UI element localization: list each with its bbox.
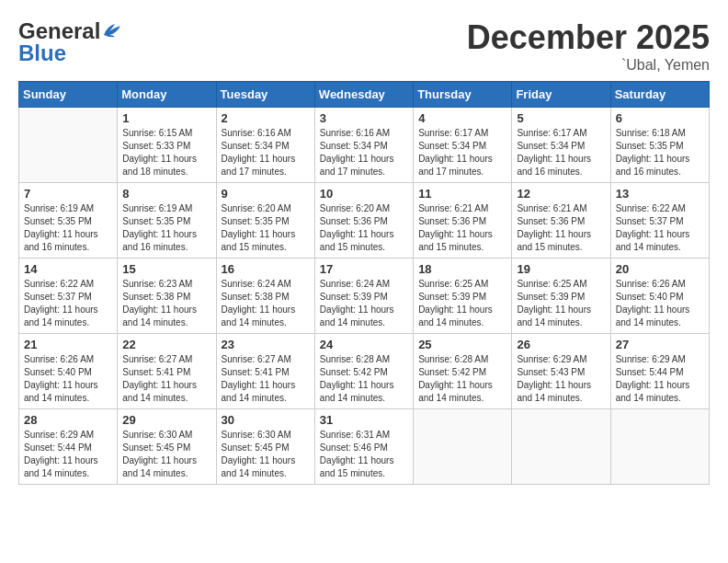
day-info: Sunrise: 6:26 AM Sunset: 5:40 PM Dayligh… (616, 278, 704, 329)
week-row-1: 1Sunrise: 6:15 AM Sunset: 5:33 PM Daylig… (19, 108, 710, 183)
day-number: 6 (616, 111, 704, 125)
week-row-5: 28Sunrise: 6:29 AM Sunset: 5:44 PM Dayli… (19, 409, 710, 485)
header-sunday: Sunday (19, 82, 118, 108)
day-number: 7 (24, 187, 112, 201)
calendar-cell: 20Sunrise: 6:26 AM Sunset: 5:40 PM Dayli… (610, 259, 709, 334)
day-number: 27 (616, 338, 704, 351)
day-number: 17 (320, 262, 408, 276)
day-info: Sunrise: 6:25 AM Sunset: 5:39 PM Dayligh… (517, 278, 605, 329)
day-info: Sunrise: 6:20 AM Sunset: 5:36 PM Dayligh… (320, 202, 408, 254)
day-info: Sunrise: 6:29 AM Sunset: 5:44 PM Dayligh… (616, 353, 704, 405)
logo-blue: Blue (18, 40, 122, 66)
day-info: Sunrise: 6:19 AM Sunset: 5:35 PM Dayligh… (24, 202, 112, 254)
logo: General Blue (18, 18, 122, 66)
calendar-cell: 16Sunrise: 6:24 AM Sunset: 5:38 PM Dayli… (216, 259, 314, 334)
day-info: Sunrise: 6:25 AM Sunset: 5:39 PM Dayligh… (418, 278, 506, 329)
calendar-cell: 28Sunrise: 6:29 AM Sunset: 5:44 PM Dayli… (19, 409, 118, 485)
day-info: Sunrise: 6:20 AM Sunset: 5:35 PM Dayligh… (222, 202, 310, 254)
day-number: 22 (122, 338, 210, 351)
calendar-cell: 29Sunrise: 6:30 AM Sunset: 5:45 PM Dayli… (118, 409, 216, 485)
page-header: General Blue December 2025 `Ubal, Yemen (18, 18, 710, 74)
day-info: Sunrise: 6:24 AM Sunset: 5:39 PM Dayligh… (320, 278, 408, 329)
calendar-cell: 31Sunrise: 6:31 AM Sunset: 5:46 PM Dayli… (314, 409, 413, 485)
day-info: Sunrise: 6:28 AM Sunset: 5:42 PM Dayligh… (320, 353, 408, 405)
calendar-header-row: SundayMondayTuesdayWednesdayThursdayFrid… (19, 82, 710, 108)
calendar-cell: 10Sunrise: 6:20 AM Sunset: 5:36 PM Dayli… (314, 183, 413, 259)
day-number: 8 (122, 187, 210, 201)
day-info: Sunrise: 6:22 AM Sunset: 5:37 PM Dayligh… (616, 202, 704, 254)
calendar-cell: 3Sunrise: 6:16 AM Sunset: 5:34 PM Daylig… (314, 108, 413, 183)
week-row-4: 21Sunrise: 6:26 AM Sunset: 5:40 PM Dayli… (19, 334, 710, 409)
day-info: Sunrise: 6:22 AM Sunset: 5:37 PM Dayligh… (24, 278, 112, 329)
day-number: 19 (517, 262, 605, 276)
calendar-cell: 21Sunrise: 6:26 AM Sunset: 5:40 PM Dayli… (19, 334, 118, 409)
day-number: 25 (418, 338, 506, 351)
day-number: 16 (222, 262, 310, 276)
month-title: December 2025 (467, 18, 710, 57)
day-number: 12 (517, 187, 605, 201)
calendar-cell: 13Sunrise: 6:22 AM Sunset: 5:37 PM Dayli… (610, 183, 709, 259)
day-number: 15 (122, 262, 210, 276)
header-tuesday: Tuesday (216, 82, 314, 108)
day-info: Sunrise: 6:17 AM Sunset: 5:34 PM Dayligh… (418, 127, 506, 178)
logo-text: General Blue (18, 18, 122, 66)
calendar-cell: 11Sunrise: 6:21 AM Sunset: 5:36 PM Dayli… (414, 183, 512, 259)
calendar-cell: 19Sunrise: 6:25 AM Sunset: 5:39 PM Dayli… (512, 259, 610, 334)
calendar-cell (19, 108, 118, 183)
calendar-cell: 25Sunrise: 6:28 AM Sunset: 5:42 PM Dayli… (414, 334, 512, 409)
header-monday: Monday (118, 82, 216, 108)
day-info: Sunrise: 6:15 AM Sunset: 5:33 PM Dayligh… (122, 127, 210, 178)
day-number: 29 (122, 413, 210, 427)
calendar-cell: 26Sunrise: 6:29 AM Sunset: 5:43 PM Dayli… (512, 334, 610, 409)
calendar-table: SundayMondayTuesdayWednesdayThursdayFrid… (18, 81, 710, 485)
day-number: 26 (517, 338, 605, 351)
calendar-cell: 8Sunrise: 6:19 AM Sunset: 5:35 PM Daylig… (118, 183, 216, 259)
day-number: 10 (320, 187, 408, 201)
day-info: Sunrise: 6:31 AM Sunset: 5:46 PM Dayligh… (320, 429, 408, 480)
calendar-cell: 9Sunrise: 6:20 AM Sunset: 5:35 PM Daylig… (216, 183, 314, 259)
day-number: 21 (24, 338, 112, 351)
week-row-2: 7Sunrise: 6:19 AM Sunset: 5:35 PM Daylig… (19, 183, 710, 259)
day-info: Sunrise: 6:27 AM Sunset: 5:41 PM Dayligh… (222, 353, 310, 405)
calendar-cell (512, 409, 610, 485)
day-info: Sunrise: 6:19 AM Sunset: 5:35 PM Dayligh… (122, 202, 210, 254)
calendar-cell: 1Sunrise: 6:15 AM Sunset: 5:33 PM Daylig… (118, 108, 216, 183)
day-number: 9 (222, 187, 310, 201)
day-number: 20 (616, 262, 704, 276)
calendar-cell: 23Sunrise: 6:27 AM Sunset: 5:41 PM Dayli… (216, 334, 314, 409)
calendar-cell: 30Sunrise: 6:30 AM Sunset: 5:45 PM Dayli… (216, 409, 314, 485)
calendar-cell (610, 409, 709, 485)
day-number: 1 (122, 111, 210, 125)
calendar-cell: 4Sunrise: 6:17 AM Sunset: 5:34 PM Daylig… (414, 108, 512, 183)
day-number: 24 (320, 338, 408, 351)
day-number: 30 (222, 413, 310, 427)
day-info: Sunrise: 6:21 AM Sunset: 5:36 PM Dayligh… (517, 202, 605, 254)
day-info: Sunrise: 6:17 AM Sunset: 5:34 PM Dayligh… (517, 127, 605, 178)
calendar-cell: 6Sunrise: 6:18 AM Sunset: 5:35 PM Daylig… (610, 108, 709, 183)
calendar-cell: 24Sunrise: 6:28 AM Sunset: 5:42 PM Dayli… (314, 334, 413, 409)
day-number: 31 (320, 413, 408, 427)
day-info: Sunrise: 6:29 AM Sunset: 5:43 PM Dayligh… (517, 353, 605, 405)
calendar-cell: 2Sunrise: 6:16 AM Sunset: 5:34 PM Daylig… (216, 108, 314, 183)
day-number: 23 (222, 338, 310, 351)
day-info: Sunrise: 6:26 AM Sunset: 5:40 PM Dayligh… (24, 353, 112, 405)
calendar-cell: 7Sunrise: 6:19 AM Sunset: 5:35 PM Daylig… (19, 183, 118, 259)
day-number: 2 (222, 111, 310, 125)
day-number: 5 (517, 111, 605, 125)
day-info: Sunrise: 6:23 AM Sunset: 5:38 PM Dayligh… (122, 278, 210, 329)
day-number: 11 (418, 187, 506, 201)
day-number: 28 (24, 413, 112, 427)
day-number: 14 (24, 262, 112, 276)
title-block: December 2025 `Ubal, Yemen (467, 18, 710, 74)
week-row-3: 14Sunrise: 6:22 AM Sunset: 5:37 PM Dayli… (19, 259, 710, 334)
header-friday: Friday (512, 82, 610, 108)
location: `Ubal, Yemen (467, 57, 710, 74)
calendar-cell: 18Sunrise: 6:25 AM Sunset: 5:39 PM Dayli… (414, 259, 512, 334)
day-number: 13 (616, 187, 704, 201)
day-info: Sunrise: 6:16 AM Sunset: 5:34 PM Dayligh… (320, 127, 408, 178)
day-info: Sunrise: 6:16 AM Sunset: 5:34 PM Dayligh… (222, 127, 310, 178)
day-number: 3 (320, 111, 408, 125)
header-saturday: Saturday (610, 82, 709, 108)
calendar-cell: 17Sunrise: 6:24 AM Sunset: 5:39 PM Dayli… (314, 259, 413, 334)
calendar-cell: 22Sunrise: 6:27 AM Sunset: 5:41 PM Dayli… (118, 334, 216, 409)
